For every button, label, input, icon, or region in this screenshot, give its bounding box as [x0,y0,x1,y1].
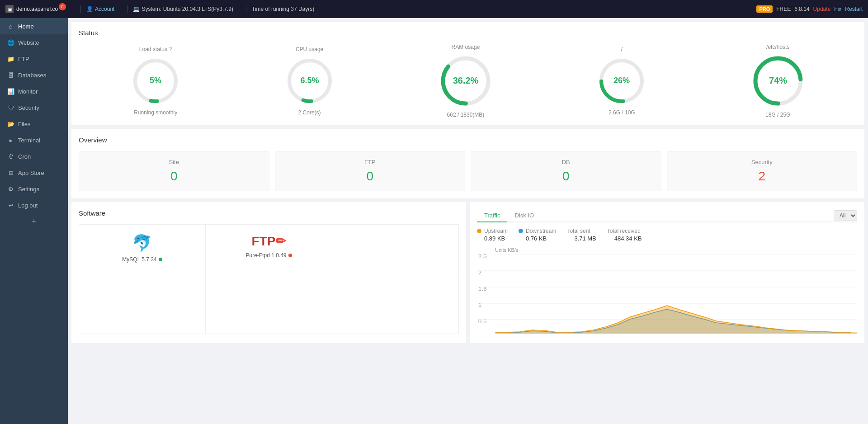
software-cell-empty2 [79,279,205,334]
svg-text:74%: 74% [769,75,787,85]
logo-text: demo.aapanel.co [16,6,58,12]
gauge-cpu-label: CPU usage [296,46,323,52]
cron-icon: ⏱ [7,153,14,160]
gauge-ram-label: RAM usage [452,44,480,50]
gauge-cpu-sub: 2 Core(s) [298,109,321,116]
sidebar-item-settings[interactable]: ⚙ Settings [0,181,68,197]
tab-traffic[interactable]: Traffic [477,209,507,222]
topbar-divider-3 [246,5,246,13]
sidebar-item-security[interactable]: 🛡 Security [0,99,68,116]
sidebar-item-monitor[interactable]: 📊 Monitor [0,83,68,99]
gauge-disk-root-sub: 2.6G / 10G [609,109,635,116]
software-cell-empty3 [206,279,332,334]
sidebar-label-files: Files [18,121,30,127]
sidebar-item-terminal[interactable]: ▸ Terminal [0,132,68,148]
topbar-right: PRO FREE 6.8.14 Update Fix Restart [756,5,863,13]
traffic-filter-select[interactable]: All [834,210,857,221]
software-cell-empty1 [332,225,458,279]
gauge-load: Load status ? 5% Running smoothly [131,46,180,116]
running-label: Time of running 37 Day(s) [252,6,314,12]
settings-icon: ⚙ [7,185,14,193]
gauge-disk-root-label: / [621,46,623,52]
overview-site-label: Site [86,159,262,165]
databases-icon: 🗄 [7,71,14,79]
fix-link[interactable]: Fix [834,6,841,12]
stat-downstream-value: 0.76 KB [526,235,556,242]
notification-badge: 0 [59,3,66,10]
user-icon: 👤 [86,6,93,12]
gauge-cpu-svg: 6.5% [285,56,335,106]
logout-icon: ↩ [7,202,14,209]
overview-db-label: DB [478,159,654,165]
ftp-icon: 📁 [7,55,14,62]
gauge-load-label: Load status ? [139,46,172,52]
overview-security-label: Security [675,159,850,165]
load-info-icon[interactable]: ? [169,46,172,52]
gauge-load-sub: Running smoothly [134,109,177,116]
sidebar-item-appstore[interactable]: ⊞ App Store [0,165,68,181]
sidebar-item-ftp[interactable]: 📁 FTP [0,51,68,67]
sidebar-add-button[interactable]: + [0,213,68,230]
gauge-cpu: CPU usage 6.5% 2 Core(s) [285,46,335,116]
topbar-account[interactable]: 👤 Account [86,6,114,12]
tab-diskio[interactable]: Disk IO [507,209,541,222]
traffic-section: Traffic Disk IO All Upstream [470,202,864,343]
update-link[interactable]: Update [813,6,831,12]
restart-link[interactable]: Restart [845,6,863,12]
sidebar: ⌂ Home 🌐 Website 📁 FTP 🗄 Databases 📊 Mon… [0,18,68,424]
upstream-dot [477,229,481,233]
overview-row: Site 0 FTP 0 DB 0 Security 2 [79,151,857,191]
software-section: Software 🐬 MySQL 5.7.34 FTP✏ [71,202,466,343]
topbar-running: Time of running 37 Day(s) [252,6,314,12]
overview-card-security: Security 2 [667,151,858,191]
website-icon: 🌐 [7,39,14,46]
sidebar-label-home: Home [18,23,34,30]
gauge-disk-root: / 26% 2.6G / 10G [597,46,646,116]
mysql-icon: 🐬 [132,234,152,253]
svg-text:2.5: 2.5 [478,254,487,259]
mysql-status-dot [159,258,162,261]
overview-card-db: DB 0 [471,151,661,191]
system-icon: 💻 [133,6,140,12]
overview-ftp-label: FTP [283,159,458,165]
topbar-divider-2 [127,5,127,13]
sidebar-item-files[interactable]: 📂 Files [0,116,68,132]
ftpd-icon: FTP✏ [252,234,286,249]
free-label: FREE [776,6,791,12]
overview-ftp-value: 0 [283,169,458,184]
topbar-divider-1 [80,5,81,13]
stat-total-received-value: 484.34 KB [614,235,642,242]
topbar-system: 💻 System: Ubuntu 20.04.3 LTS(Py3.7.9) [133,6,233,12]
svg-text:26%: 26% [613,76,630,85]
svg-text:36.2%: 36.2% [453,75,479,85]
svg-text:1: 1 [478,303,482,308]
gauge-ram-sub: 662 / 1830(MB) [447,112,485,118]
svg-text:6.5%: 6.5% [300,76,319,85]
sidebar-label-website: Website [18,39,39,46]
ftpd-name: Pure-Ftpd 1.0.49 [245,252,292,259]
software-grid: 🐬 MySQL 5.7.34 FTP✏ Pure-Ftpd 1.0.49 [79,224,459,334]
topbar: ▣ demo.aapanel.co 0 👤 Account 💻 System: … [0,0,868,18]
chart-area: 2.5 2 1.5 1 0.5 [477,254,857,336]
sidebar-item-logout[interactable]: ↩ Log out [0,197,68,213]
terminal-icon: ▸ [7,137,14,144]
gauge-row: Load status ? 5% Running smoothly CPU us… [79,44,857,118]
sidebar-label-databases: Databases [18,72,46,79]
svg-text:2: 2 [478,270,482,276]
sidebar-label-security: Security [18,104,39,111]
system-value: Ubuntu 20.04.3 LTS(Py3.7.9) [163,6,233,12]
traffic-filter-wrapper: All [834,210,857,221]
stat-upstream: Upstream 0.89 KB [477,228,508,242]
sidebar-item-home[interactable]: ⌂ Home [0,18,68,34]
overview-db-value: 0 [478,169,654,184]
stat-upstream-value: 0.89 KB [484,235,508,242]
gauge-disk-etc-sub: 18G / 25G [765,112,790,118]
sidebar-item-cron[interactable]: ⏱ Cron [0,148,68,165]
sidebar-label-terminal: Terminal [18,137,40,144]
account-link[interactable]: Account [95,6,114,12]
sidebar-item-databases[interactable]: 🗄 Databases [0,67,68,83]
sidebar-label-settings: Settings [18,186,39,193]
sidebar-item-website[interactable]: 🌐 Website [0,34,68,51]
overview-section: Overview Site 0 FTP 0 DB 0 Security 2 [71,129,864,198]
stat-downstream-label: Downstream [519,228,556,234]
